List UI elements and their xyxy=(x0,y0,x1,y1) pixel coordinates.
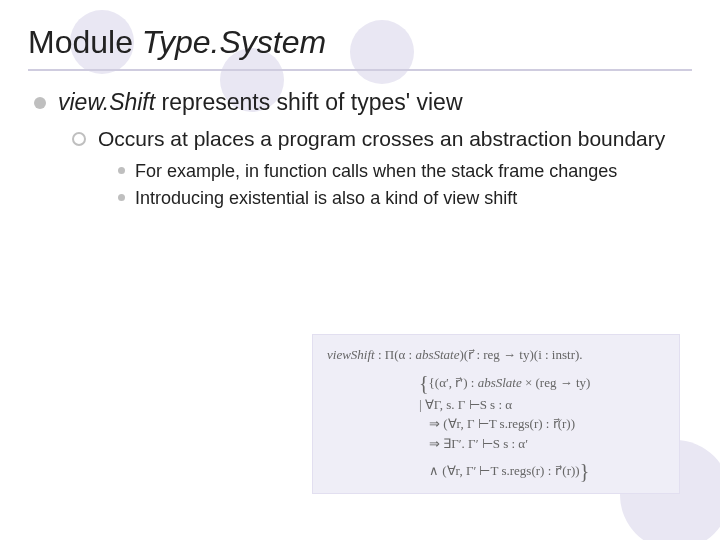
math-absstate: absState xyxy=(415,347,459,362)
math-line-2: {{(α′, r⃗′) : absSlate × (reg → ty) xyxy=(327,365,667,395)
math-l1d-inner: )(r⃗ : reg → ty)(i : instr). xyxy=(460,347,583,362)
math-l1d: )(r⃗ : reg → ty)(i : instr). xyxy=(460,347,583,362)
math-l1b: : Π(α : xyxy=(375,347,416,362)
math-l3-text: | ∀Γ, s. Γ ⊢S s : α xyxy=(419,397,512,412)
viewshift-term: view.Shift xyxy=(58,89,155,115)
bullet-level1-rest: represents shift of types' view xyxy=(155,89,462,115)
bullet-dot-icon xyxy=(34,97,46,109)
bullet-level3-b: Introducing existential is also a kind o… xyxy=(118,187,692,210)
title-module-name: Type.System xyxy=(142,24,326,60)
bullet-level3-a: For example, in function calls when the … xyxy=(118,160,692,183)
math-line-1: viewShift : Π(α : absState)(r⃗ : reg → t… xyxy=(327,345,667,365)
bullet-level3-b-text: Introducing existential is also a kind o… xyxy=(135,187,517,210)
math-l6a-text: ∧ (∀r, Γ′ ⊢T s.regs(r) : r⃗′(r)) xyxy=(429,463,580,478)
bullet-level2: Occurs at places a program crosses an ab… xyxy=(72,126,692,152)
bullet-level3-a-text: For example, in function calls when the … xyxy=(135,160,617,183)
math-line-4: ⇒ (∀r, Γ ⊢T s.regs(r) : r⃗(r)) xyxy=(327,414,667,434)
math-l2a: {(α′, r⃗′) : xyxy=(429,375,478,390)
math-line-6: ∧ (∀r, Γ′ ⊢T s.regs(r) : r⃗′(r))} xyxy=(327,453,667,483)
bullet-level2-text: Occurs at places a program crosses an ab… xyxy=(98,126,665,152)
title-prefix: Module xyxy=(28,24,142,60)
math-absslate: absSlate xyxy=(478,375,522,390)
math-viewshift: viewShift xyxy=(327,347,375,362)
math-l4-text: ⇒ (∀r, Γ ⊢T s.regs(r) : r⃗(r)) xyxy=(429,416,575,431)
brace-open-icon: { xyxy=(419,372,429,394)
brace-close-icon: } xyxy=(580,460,590,482)
bullet-ring-icon xyxy=(72,132,86,146)
type-rule-box: viewShift : Π(α : absState)(r⃗ : reg → t… xyxy=(312,334,680,494)
bullet-smalldot-icon xyxy=(118,167,125,174)
math-line-3: | ∀Γ, s. Γ ⊢S s : α xyxy=(327,395,667,415)
slide-title: Module Type.System xyxy=(28,24,692,71)
bullet-level1-text: view.Shift represents shift of types' vi… xyxy=(58,89,463,116)
math-l5-text: ⇒ ∃Γ′. Γ′ ⊢S s : α′ xyxy=(429,436,528,451)
math-line-5: ⇒ ∃Γ′. Γ′ ⊢S s : α′ xyxy=(327,434,667,454)
math-l2c: × (reg → ty) xyxy=(522,375,591,390)
bullet-smalldot-icon xyxy=(118,194,125,201)
bullet-level1: view.Shift represents shift of types' vi… xyxy=(34,89,692,116)
